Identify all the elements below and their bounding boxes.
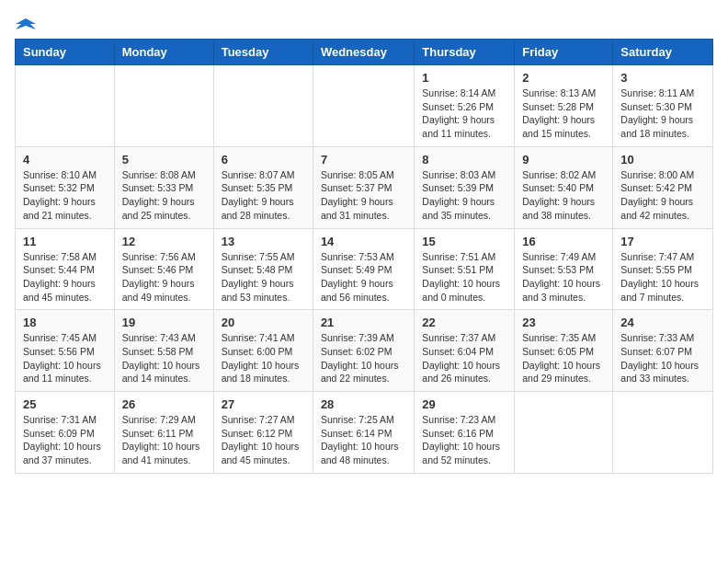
weekday-header-friday: Friday bbox=[515, 40, 613, 65]
day-info: Sunrise: 7:43 AM Sunset: 5:58 PM Dayligh… bbox=[122, 331, 206, 385]
calendar-cell: 7Sunrise: 8:05 AM Sunset: 5:37 PM Daylig… bbox=[313, 146, 414, 228]
week-row-1: 4Sunrise: 8:10 AM Sunset: 5:32 PM Daylig… bbox=[16, 146, 713, 228]
day-number: 5 bbox=[122, 153, 206, 167]
calendar-cell: 10Sunrise: 8:00 AM Sunset: 5:42 PM Dayli… bbox=[613, 146, 713, 228]
day-number: 28 bbox=[321, 397, 406, 411]
calendar-cell: 15Sunrise: 7:51 AM Sunset: 5:51 PM Dayli… bbox=[415, 228, 515, 310]
day-info: Sunrise: 8:07 AM Sunset: 5:35 PM Dayligh… bbox=[222, 168, 305, 223]
day-info: Sunrise: 7:49 AM Sunset: 5:53 PM Dayligh… bbox=[522, 250, 605, 304]
day-number: 19 bbox=[122, 316, 206, 329]
calendar-cell: 27Sunrise: 7:27 AM Sunset: 6:12 PM Dayli… bbox=[213, 392, 313, 474]
day-info: Sunrise: 8:03 AM Sunset: 5:39 PM Dayligh… bbox=[422, 168, 506, 223]
calendar-cell: 18Sunrise: 7:45 AM Sunset: 5:56 PM Dayli… bbox=[16, 310, 115, 392]
day-info: Sunrise: 8:14 AM Sunset: 5:26 PM Dayligh… bbox=[422, 86, 506, 141]
day-info: Sunrise: 8:05 AM Sunset: 5:37 PM Dayligh… bbox=[321, 168, 406, 223]
calendar-cell: 8Sunrise: 8:03 AM Sunset: 5:39 PM Daylig… bbox=[415, 146, 515, 228]
logo-bird-icon bbox=[16, 15, 36, 35]
day-number: 1 bbox=[422, 71, 506, 85]
day-info: Sunrise: 8:00 AM Sunset: 5:42 PM Dayligh… bbox=[620, 168, 705, 223]
day-number: 8 bbox=[422, 153, 506, 167]
calendar-cell: 28Sunrise: 7:25 AM Sunset: 6:14 PM Dayli… bbox=[313, 392, 414, 474]
weekday-header-tuesday: Tuesday bbox=[213, 40, 313, 65]
day-info: Sunrise: 7:23 AM Sunset: 6:16 PM Dayligh… bbox=[422, 413, 506, 467]
day-number: 21 bbox=[321, 316, 406, 329]
day-number: 11 bbox=[23, 235, 107, 248]
day-number: 26 bbox=[122, 397, 206, 411]
calendar-cell bbox=[313, 65, 414, 147]
day-number: 23 bbox=[522, 316, 605, 329]
calendar-cell: 24Sunrise: 7:33 AM Sunset: 6:07 PM Dayli… bbox=[613, 310, 713, 392]
day-info: Sunrise: 7:53 AM Sunset: 5:49 PM Dayligh… bbox=[321, 250, 406, 304]
calendar-cell bbox=[213, 65, 313, 147]
weekday-header-thursday: Thursday bbox=[415, 40, 515, 65]
day-info: Sunrise: 7:55 AM Sunset: 5:48 PM Dayligh… bbox=[222, 250, 305, 304]
header bbox=[15, 15, 713, 31]
day-number: 20 bbox=[222, 316, 305, 329]
calendar-cell: 25Sunrise: 7:31 AM Sunset: 6:09 PM Dayli… bbox=[16, 392, 115, 474]
calendar-cell: 9Sunrise: 8:02 AM Sunset: 5:40 PM Daylig… bbox=[515, 146, 613, 228]
calendar-cell: 19Sunrise: 7:43 AM Sunset: 5:58 PM Dayli… bbox=[114, 310, 213, 392]
day-info: Sunrise: 8:08 AM Sunset: 5:33 PM Dayligh… bbox=[122, 168, 206, 223]
day-number: 9 bbox=[522, 153, 605, 167]
day-info: Sunrise: 7:31 AM Sunset: 6:09 PM Dayligh… bbox=[23, 413, 107, 467]
weekday-header-wednesday: Wednesday bbox=[313, 40, 414, 65]
day-info: Sunrise: 7:39 AM Sunset: 6:02 PM Dayligh… bbox=[321, 331, 406, 385]
day-number: 3 bbox=[620, 71, 705, 85]
calendar-cell: 12Sunrise: 7:56 AM Sunset: 5:46 PM Dayli… bbox=[114, 228, 213, 310]
day-number: 22 bbox=[422, 316, 506, 329]
calendar-cell: 13Sunrise: 7:55 AM Sunset: 5:48 PM Dayli… bbox=[213, 228, 313, 310]
day-info: Sunrise: 7:56 AM Sunset: 5:46 PM Dayligh… bbox=[122, 250, 206, 304]
day-number: 6 bbox=[222, 153, 305, 167]
calendar-cell: 26Sunrise: 7:29 AM Sunset: 6:11 PM Dayli… bbox=[114, 392, 213, 474]
calendar-cell: 23Sunrise: 7:35 AM Sunset: 6:05 PM Dayli… bbox=[515, 310, 613, 392]
day-info: Sunrise: 8:11 AM Sunset: 5:30 PM Dayligh… bbox=[620, 86, 705, 141]
weekday-header-row: SundayMondayTuesdayWednesdayThursdayFrid… bbox=[16, 40, 713, 65]
logo bbox=[15, 15, 36, 31]
day-number: 17 bbox=[620, 235, 705, 248]
day-info: Sunrise: 7:33 AM Sunset: 6:07 PM Dayligh… bbox=[620, 331, 705, 385]
day-info: Sunrise: 7:35 AM Sunset: 6:05 PM Dayligh… bbox=[522, 331, 605, 385]
svg-marker-0 bbox=[16, 18, 36, 29]
day-info: Sunrise: 7:25 AM Sunset: 6:14 PM Dayligh… bbox=[321, 413, 406, 467]
calendar-cell: 16Sunrise: 7:49 AM Sunset: 5:53 PM Dayli… bbox=[515, 228, 613, 310]
calendar-cell bbox=[515, 392, 613, 474]
calendar-cell: 2Sunrise: 8:13 AM Sunset: 5:28 PM Daylig… bbox=[515, 65, 613, 147]
day-info: Sunrise: 7:29 AM Sunset: 6:11 PM Dayligh… bbox=[122, 413, 206, 467]
calendar-cell: 4Sunrise: 8:10 AM Sunset: 5:32 PM Daylig… bbox=[16, 146, 115, 228]
day-number: 12 bbox=[122, 235, 206, 248]
calendar-cell: 1Sunrise: 8:14 AM Sunset: 5:26 PM Daylig… bbox=[415, 65, 515, 147]
day-info: Sunrise: 7:41 AM Sunset: 6:00 PM Dayligh… bbox=[222, 331, 305, 385]
calendar-cell: 3Sunrise: 8:11 AM Sunset: 5:30 PM Daylig… bbox=[613, 65, 713, 147]
calendar-cell: 29Sunrise: 7:23 AM Sunset: 6:16 PM Dayli… bbox=[415, 392, 515, 474]
day-number: 14 bbox=[321, 235, 406, 248]
day-number: 18 bbox=[23, 316, 107, 329]
day-number: 7 bbox=[321, 153, 406, 167]
week-row-0: 1Sunrise: 8:14 AM Sunset: 5:26 PM Daylig… bbox=[16, 65, 713, 147]
calendar-cell bbox=[114, 65, 213, 147]
weekday-header-saturday: Saturday bbox=[613, 40, 713, 65]
day-number: 16 bbox=[522, 235, 605, 248]
day-info: Sunrise: 7:51 AM Sunset: 5:51 PM Dayligh… bbox=[422, 250, 506, 304]
calendar-cell: 5Sunrise: 8:08 AM Sunset: 5:33 PM Daylig… bbox=[114, 146, 213, 228]
week-row-2: 11Sunrise: 7:58 AM Sunset: 5:44 PM Dayli… bbox=[16, 228, 713, 310]
day-info: Sunrise: 7:27 AM Sunset: 6:12 PM Dayligh… bbox=[222, 413, 305, 467]
calendar-cell: 22Sunrise: 7:37 AM Sunset: 6:04 PM Dayli… bbox=[415, 310, 515, 392]
day-number: 15 bbox=[422, 235, 506, 248]
weekday-header-monday: Monday bbox=[114, 40, 213, 65]
day-info: Sunrise: 8:10 AM Sunset: 5:32 PM Dayligh… bbox=[23, 168, 107, 223]
day-number: 4 bbox=[23, 153, 107, 167]
day-number: 24 bbox=[620, 316, 705, 329]
calendar-cell: 11Sunrise: 7:58 AM Sunset: 5:44 PM Dayli… bbox=[16, 228, 115, 310]
calendar-cell: 21Sunrise: 7:39 AM Sunset: 6:02 PM Dayli… bbox=[313, 310, 414, 392]
calendar-table: SundayMondayTuesdayWednesdayThursdayFrid… bbox=[15, 39, 713, 474]
day-number: 2 bbox=[522, 71, 605, 85]
day-info: Sunrise: 7:37 AM Sunset: 6:04 PM Dayligh… bbox=[422, 331, 506, 385]
day-number: 13 bbox=[222, 235, 305, 248]
calendar-cell: 20Sunrise: 7:41 AM Sunset: 6:00 PM Dayli… bbox=[213, 310, 313, 392]
day-info: Sunrise: 7:45 AM Sunset: 5:56 PM Dayligh… bbox=[23, 331, 107, 385]
week-row-3: 18Sunrise: 7:45 AM Sunset: 5:56 PM Dayli… bbox=[16, 310, 713, 392]
day-info: Sunrise: 7:58 AM Sunset: 5:44 PM Dayligh… bbox=[23, 250, 107, 304]
day-info: Sunrise: 8:02 AM Sunset: 5:40 PM Dayligh… bbox=[522, 168, 605, 223]
weekday-header-sunday: Sunday bbox=[16, 40, 115, 65]
day-number: 10 bbox=[620, 153, 705, 167]
